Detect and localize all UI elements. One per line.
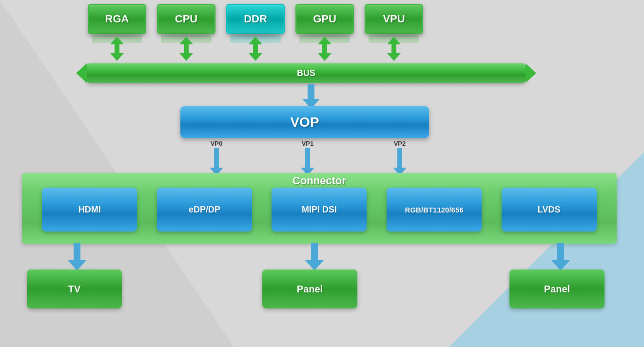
chip-rga: RGA <box>88 4 146 34</box>
connector-hdmi: HDMI <box>42 188 137 231</box>
arrow-cpu <box>157 35 215 62</box>
connector-lvds: LVDS <box>502 188 597 231</box>
shaft-rga <box>115 44 119 53</box>
mipi-shaft <box>311 243 318 260</box>
arrow-ddr <box>226 35 285 62</box>
connector-boxes: HDMI eDP/DP MIPI DSI RGB/BT1120/656 LVDS <box>27 188 612 231</box>
diagram-container: RGA CPU DDR GPU VPU <box>0 0 644 347</box>
chip-cpu: CPU <box>157 4 215 34</box>
arrow-up-cpu <box>179 37 193 44</box>
hdmi-shaft <box>74 243 80 260</box>
chips-row: RGA CPU DDR GPU VPU <box>88 4 423 34</box>
arrow-rga <box>88 35 146 62</box>
connector-rgb: RGB/BT1120/656 <box>387 188 482 231</box>
connector-mipi: MIPI DSI <box>272 188 367 231</box>
vp2-shaft <box>397 148 402 168</box>
arrow-down-gpu <box>318 53 332 61</box>
arrow-down-ddr <box>249 53 262 61</box>
output-panel-mipi: Panel <box>262 270 357 308</box>
lvds-shaft <box>557 243 564 260</box>
shaft-gpu <box>322 44 327 53</box>
hdmi-head <box>67 260 87 270</box>
mipi-output-arrow <box>305 243 324 270</box>
chip-arrows <box>88 35 423 62</box>
bus-container: BUS <box>82 63 526 83</box>
shaft-vpu <box>391 44 396 53</box>
vp1-arrow-group: VP1 <box>301 140 314 175</box>
lvds-output-arrow <box>551 243 570 270</box>
connector-edp: eDP/DP <box>157 188 252 231</box>
lvds-head <box>551 260 570 270</box>
vp0-shaft <box>214 148 219 168</box>
arrow-down-rga <box>110 53 124 61</box>
vp1-shaft <box>305 148 310 168</box>
arrow-up-ddr <box>249 37 262 44</box>
bus-bar: BUS <box>87 63 526 83</box>
arrow-down-cpu <box>179 53 193 61</box>
arrow-up-rga <box>110 37 124 44</box>
vop-box: VOP <box>180 106 429 138</box>
bus-arrow-left <box>76 63 87 83</box>
bus-to-vop-arrow <box>302 84 320 109</box>
bus-arrow-right <box>526 63 536 83</box>
vp2-arrow-group: VP2 <box>393 140 407 175</box>
bus-vop-shaft <box>308 84 314 99</box>
vp0-arrow-group: VP0 <box>210 140 223 175</box>
chip-ddr: DDR <box>226 4 285 34</box>
output-tv: TV <box>27 270 122 308</box>
arrow-gpu <box>295 35 354 62</box>
chip-gpu: GPU <box>295 4 354 34</box>
shaft-cpu <box>184 44 189 53</box>
arrow-vpu <box>365 35 423 62</box>
mipi-head <box>305 260 324 270</box>
connector-label: Connector <box>22 174 617 187</box>
output-panel-lvds: Panel <box>509 270 605 308</box>
arrow-up-vpu <box>387 37 401 44</box>
arrow-up-gpu <box>318 37 332 44</box>
shaft-ddr <box>253 44 258 53</box>
chip-vpu: VPU <box>365 4 423 34</box>
arrow-down-vpu <box>387 53 401 61</box>
hdmi-output-arrow <box>67 243 87 270</box>
